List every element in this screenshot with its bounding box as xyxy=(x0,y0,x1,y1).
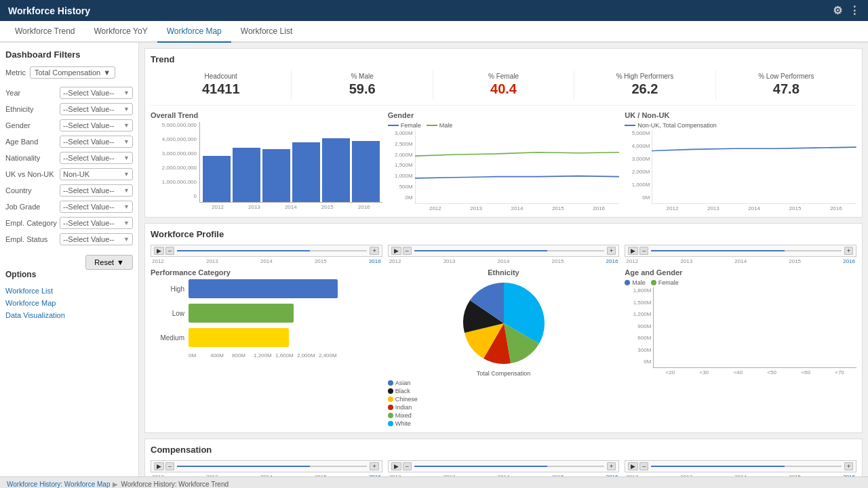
year-label: 2015 xyxy=(315,474,327,476)
play-btn-2[interactable]: ▶ xyxy=(391,247,401,255)
filter-age-band-select[interactable]: --Select Value-- ▼ xyxy=(60,136,133,148)
gender-legend-female: Female xyxy=(388,122,421,129)
perf-bar-medium: Medium xyxy=(151,328,382,347)
y-label: 1,000,000,000 xyxy=(151,179,197,185)
comp-plus-btn-3[interactable]: + xyxy=(844,462,853,470)
comp-minus-btn-3[interactable]: – xyxy=(639,462,648,470)
kpi-high-performers-label: % High Performers xyxy=(574,73,715,80)
year-label: 2012 xyxy=(389,258,401,264)
y-label: 1,500M xyxy=(388,162,413,168)
perf-bar-high-bar xyxy=(189,279,338,298)
plus-btn-2[interactable]: + xyxy=(607,247,616,255)
comp-play-btn-1[interactable]: ▶ xyxy=(154,462,164,470)
uk-non-uk-chart: UK / Non-UK Non-UK, Total Compensation 5… xyxy=(625,111,856,211)
filter-nationality-select[interactable]: --Select Value-- ▼ xyxy=(60,152,133,164)
legend-chinese: Chinese xyxy=(388,396,418,403)
year-labels-3: 2012 2013 2014 2015 2016 xyxy=(625,258,856,264)
comp-year-labels: 2012 2013 2014 2015 2016 2012 2013 2014 … xyxy=(151,474,856,476)
tab-workforce-yoy[interactable]: Workforce YoY xyxy=(84,21,157,43)
year-label: 2016 xyxy=(369,258,381,264)
filter-gender-select[interactable]: --Select Value-- ▼ xyxy=(60,119,133,131)
timeline-control-2: ▶ – + xyxy=(388,245,620,257)
uk-legend-label: Non-UK, Total Compensation xyxy=(637,122,716,129)
legend-mixed: Mixed xyxy=(388,412,418,419)
filter-job-grade: Job Grade --Select Value-- ▼ xyxy=(5,201,133,213)
filter-ethnicity-select[interactable]: --Select Value-- ▼ xyxy=(60,103,133,115)
perf-x-labels: 0M 400M 800M 1,200M 1,600M 2,000M 2,400M xyxy=(151,352,340,359)
option-data-visualization[interactable]: Data Visualization xyxy=(5,309,133,321)
comp-play-btn-3[interactable]: ▶ xyxy=(628,462,638,470)
timeline-control-1: ▶ – + xyxy=(151,245,382,257)
kpi-low-performers: % Low Performers 47.8 xyxy=(716,70,856,100)
comp-slider-1[interactable] xyxy=(177,466,367,467)
filter-age-band: Age Band --Select Value-- ▼ xyxy=(5,136,133,148)
year-label: 2016 xyxy=(606,258,618,264)
minus-btn-1[interactable]: – xyxy=(165,247,174,255)
x-label: 2016 xyxy=(358,204,370,210)
x-label: <20 xyxy=(666,369,675,375)
comp-minus-btn-2[interactable]: – xyxy=(403,462,412,470)
kpi-male-label: % Male xyxy=(292,73,432,80)
comp-plus-btn-1[interactable]: + xyxy=(370,462,378,470)
performance-title: Performance Category xyxy=(151,268,382,277)
filter-country-label: Country xyxy=(5,186,60,195)
comp-play-btn-2[interactable]: ▶ xyxy=(391,462,401,470)
comp-slider-3[interactable] xyxy=(651,466,841,467)
slider-3[interactable] xyxy=(651,250,841,251)
tab-workforce-list[interactable]: Workforce List xyxy=(231,21,302,43)
minus-btn-3[interactable]: – xyxy=(639,247,648,255)
bar xyxy=(203,156,231,202)
tab-workforce-map[interactable]: Workforce Map xyxy=(157,21,231,43)
minus-btn-2[interactable]: – xyxy=(403,247,412,255)
filter-year-select[interactable]: --Select Value-- ▼ xyxy=(60,87,133,99)
filter-job-grade-select[interactable]: --Select Value-- ▼ xyxy=(60,201,133,213)
slider-1[interactable] xyxy=(177,250,367,251)
year-label: 2013 xyxy=(206,258,218,264)
tab-workforce-trend[interactable]: Workforce Trend xyxy=(5,21,84,43)
filter-country-select[interactable]: --Select Value-- ▼ xyxy=(60,184,133,197)
play-btn-3[interactable]: ▶ xyxy=(628,247,638,255)
option-workforce-map[interactable]: Workforce Map xyxy=(5,297,133,309)
plus-btn-3[interactable]: + xyxy=(844,247,853,255)
reset-button[interactable]: Reset ▼ xyxy=(85,255,133,270)
age-gender-title: Age and Gender xyxy=(625,268,856,277)
filter-uk-non-uk-select[interactable]: Non-UK ▼ xyxy=(60,168,133,180)
perf-label-medium: Medium xyxy=(151,334,184,342)
kpi-female-label: % Female xyxy=(433,73,574,80)
breadcrumb-workforce-map[interactable]: Workforce History: Workforce Map xyxy=(7,481,110,488)
gear-icon[interactable]: ⚙ xyxy=(833,4,842,17)
slider-2[interactable] xyxy=(414,250,604,251)
perf-x-label: 800M xyxy=(232,352,254,359)
year-label: 2014 xyxy=(260,474,273,476)
filter-job-grade-label: Job Grade xyxy=(5,203,60,211)
y-label: 2,000M xyxy=(388,152,413,158)
filter-empl-category-select[interactable]: --Select Value-- ▼ xyxy=(60,217,133,229)
y-label: 0M xyxy=(388,195,413,201)
filter-ethnicity: Ethnicity --Select Value-- ▼ xyxy=(5,103,133,115)
dots-icon[interactable]: ⋮ xyxy=(849,4,860,17)
breadcrumb-separator: ▶ xyxy=(113,481,118,488)
filter-empl-category-label: Empl. Category xyxy=(5,219,60,227)
kpi-male: % Male 59.6 xyxy=(292,70,433,100)
y-label: 1,000M xyxy=(388,173,413,179)
metric-select[interactable]: Total Compensation ▼ xyxy=(30,66,115,79)
uk-non-uk-title: UK / Non-UK xyxy=(625,111,856,119)
comp-minus-btn-1[interactable]: – xyxy=(165,462,174,470)
y-label: 2,500M xyxy=(388,141,413,147)
filter-empl-status-select[interactable]: --Select Value-- ▼ xyxy=(60,233,133,245)
comp-slider-2[interactable] xyxy=(414,466,604,467)
filter-gender: Gender --Select Value-- ▼ xyxy=(5,119,133,131)
y-label: 1,200M xyxy=(625,311,651,317)
content-area: Trend Headcount 41411 % Male 59.6 % Fema… xyxy=(139,43,868,476)
age-female-label: Female xyxy=(658,279,679,286)
plus-btn-1[interactable]: + xyxy=(370,247,378,255)
female-line-icon xyxy=(388,125,399,126)
play-btn-1[interactable]: ▶ xyxy=(154,247,164,255)
option-workforce-list[interactable]: Workforce List xyxy=(5,285,133,297)
y-label: 5,000M xyxy=(625,130,650,136)
kpi-female-value: 40.4 xyxy=(433,81,574,97)
indian-dot xyxy=(388,405,393,410)
comp-plus-btn-2[interactable]: + xyxy=(607,462,616,470)
year-label: 2015 xyxy=(552,474,564,476)
perf-label-low: Low xyxy=(151,310,184,317)
